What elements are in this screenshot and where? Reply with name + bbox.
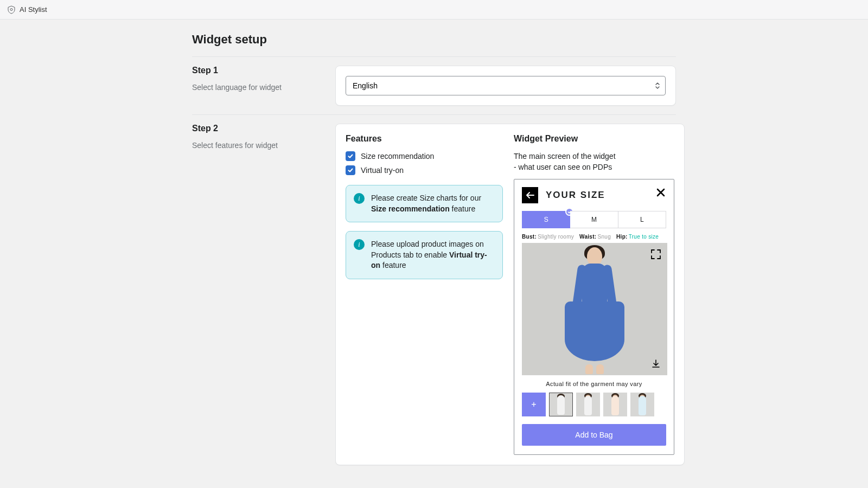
- banner-size-charts: i Please create Size charts for our Size…: [346, 185, 503, 222]
- step1-subtitle: Select language for widget: [192, 83, 322, 92]
- step1-row: Step 1 Select language for widget Englis…: [190, 57, 678, 114]
- app-title: AI Stylist: [20, 5, 47, 14]
- fit-description: Bust:Slightly roomy Waist:Snug Hip:True …: [522, 234, 666, 240]
- expand-icon[interactable]: [650, 248, 662, 260]
- step2-title: Step 2: [192, 124, 322, 133]
- step2-subtitle: Select features for widget: [192, 141, 322, 150]
- checkbox-icon: [346, 151, 355, 161]
- topbar: AI Stylist: [0, 0, 868, 20]
- widget-title: YOUR SIZE: [546, 190, 605, 201]
- step2-row: Step 2 Select features for widget Featur…: [190, 115, 678, 474]
- app-logo-icon: [7, 5, 16, 15]
- banner-message: Please create Size charts for our Size r…: [371, 193, 495, 214]
- info-icon: i: [354, 193, 365, 204]
- checkbox-label: Size recommendation: [361, 152, 434, 160]
- size-option-m[interactable]: M: [570, 211, 618, 228]
- size-option-s[interactable]: S: [522, 211, 570, 228]
- size-selector: S M L: [522, 211, 666, 228]
- thumbnail[interactable]: [603, 393, 627, 416]
- widget-preview-frame: YOUR SIZE S: [514, 179, 674, 455]
- add-photo-button[interactable]: [522, 393, 546, 416]
- tryon-image: [522, 243, 667, 375]
- close-button[interactable]: [654, 186, 667, 199]
- svg-point-0: [10, 8, 12, 10]
- checkbox-virtual-try-on[interactable]: Virtual try-on: [346, 165, 503, 175]
- thumbnail[interactable]: [630, 393, 654, 416]
- add-to-bag-button[interactable]: Add to Bag: [522, 424, 666, 446]
- size-option-l[interactable]: L: [618, 211, 666, 228]
- checkbox-label: Virtual try-on: [361, 166, 404, 175]
- download-icon[interactable]: [651, 359, 662, 370]
- preview-subtitle: The main screen of the widget - what use…: [514, 151, 674, 172]
- thumbnail[interactable]: [576, 393, 600, 416]
- fit-disclaimer: Actual fit of the garment may vary: [522, 381, 666, 387]
- info-icon: i: [354, 239, 365, 250]
- banner-message: Please upload product images on Products…: [371, 239, 495, 271]
- back-button[interactable]: [522, 187, 538, 203]
- page-title: Widget setup: [190, 27, 678, 56]
- banner-product-images: i Please upload product images on Produc…: [346, 231, 503, 279]
- thumbnail[interactable]: [549, 393, 573, 416]
- features-heading: Features: [346, 134, 503, 144]
- features-card: Features Size recommendation Virtual t: [335, 124, 685, 465]
- preview-heading: Widget Preview: [514, 134, 674, 144]
- step1-title: Step 1: [192, 66, 322, 75]
- checkbox-size-recommendation[interactable]: Size recommendation: [346, 151, 503, 161]
- checkbox-icon: [346, 165, 355, 175]
- language-select[interactable]: English: [346, 76, 666, 95]
- thumbnail-row: [522, 393, 666, 416]
- language-card: English: [335, 66, 676, 106]
